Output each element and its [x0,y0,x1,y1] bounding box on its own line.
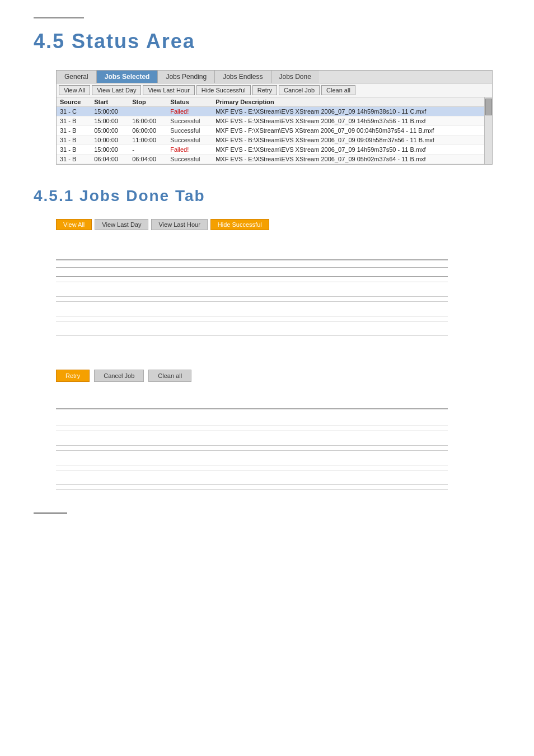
cell-description: MXF EVS - E:\XStream\EVS XStream 2006_07… [212,107,492,116]
cell-description: MXF EVS - E:\XStream\EVS XStream 2006_07… [212,155,492,164]
cell-status: Successful [167,136,212,145]
table-data-row-1 [56,287,448,297]
section-heading: 4.5 Status Area [34,30,500,53]
top-decorative-line [34,17,84,18]
spacer-1 [56,244,500,253]
cancel-job-button[interactable]: Cancel Job [279,85,320,95]
cell-source: 31 - B [57,155,91,164]
cell-stop: 06:00:00 [129,126,167,136]
tab-bar: General Jobs Selected Jobs Pending Jobs … [57,71,492,83]
table2-top-border [56,408,448,409]
table-row[interactable]: 31 - B 05:00:00 06:00:00 Successful MXF … [57,126,492,136]
cell-start: 06:04:00 [91,155,129,164]
tab-jobs-selected[interactable]: Jobs Selected [97,71,158,83]
filter-bar: View All View Last Day View Last Hour Hi… [56,219,500,230]
cell-source: 31 - B [57,126,91,136]
row2-separator-1 [56,431,448,431]
cancel-job-ctrl-button[interactable]: Cancel Job [94,370,144,382]
table-row[interactable]: 31 - B 10:00:00 11:00:00 Successful MXF … [57,136,492,145]
view-all-button[interactable]: View All [59,85,90,95]
tab-jobs-pending[interactable]: Jobs Pending [158,71,215,83]
col-stop: Stop [129,97,167,107]
cell-status: Failed! [167,145,212,155]
cell-stop: 11:00:00 [129,136,167,145]
cell-description: MXF EVS - F:\XStream\EVS XStream 2006_07… [212,126,492,136]
action-bar: View All View Last Day View Last Hour Hi… [57,83,492,97]
tab-jobs-endless[interactable]: Jobs Endless [215,71,271,83]
cell-status: Failed! [167,107,212,116]
cell-stop: 16:00:00 [129,116,167,126]
cell-status: Successful [167,155,212,164]
sub-table-area-2 [56,408,448,490]
cell-start: 05:00:00 [91,126,129,136]
table2-data-row-4 [56,475,448,485]
row2-separator-4 [56,489,448,490]
hide-successful-button[interactable]: Hide Successful [196,85,251,95]
cell-start: 10:00:00 [91,136,129,145]
filter-hide-successful-button[interactable]: Hide Successful [210,219,269,230]
row-separator-2 [56,321,448,321]
cell-status: Successful [167,116,212,126]
cell-start: 15:00:00 [91,145,129,155]
clean-all-button[interactable]: Clean all [321,85,355,95]
clean-all-ctrl-button[interactable]: Clean all [148,370,191,382]
cell-stop [129,107,167,116]
spacer-2 [56,342,500,350]
table-row[interactable]: 31 - B 15:00:00 - Failed! MXF EVS - E:\X… [57,145,492,155]
cell-status: Successful [167,126,212,136]
table-data-row-3 [56,326,448,336]
table-row[interactable]: 31 - C 15:00:00 Failed! MXF EVS - E:\XSt… [57,107,492,116]
col-description: Primary Description [212,97,492,107]
tab-jobs-done[interactable]: Jobs Done [271,71,319,83]
col-status: Status [167,97,212,107]
status-panel: General Jobs Selected Jobs Pending Jobs … [56,70,493,165]
row2-separator-3 [56,470,448,470]
cell-start: 15:00:00 [91,107,129,116]
subsection-heading: 4.5.1 Jobs Done Tab [34,187,500,205]
sub-table-area [56,259,448,336]
cell-start: 15:00:00 [91,116,129,126]
spacer-4 [56,393,500,402]
table-row[interactable]: 31 - B 06:04:00 06:04:00 Successful MXF … [57,155,492,164]
spacer-3 [56,350,500,358]
filter-view-last-hour-button[interactable]: View Last Hour [151,219,207,230]
table-header-area [56,267,448,277]
header-separator [56,282,448,282]
retry-ctrl-button[interactable]: Retry [56,370,90,382]
jobs-table: Source Start Stop Status Primary Descrip… [57,97,492,164]
view-last-hour-button[interactable]: View Last Hour [143,85,194,95]
retry-button[interactable]: Retry [252,85,277,95]
cell-description: MXF EVS - E:\XStream\EVS XStream 2006_07… [212,145,492,155]
cell-source: 31 - C [57,107,91,116]
scroll-thumb[interactable] [485,99,492,115]
cell-source: 31 - B [57,136,91,145]
table-top-border [56,259,448,260]
bottom-decorative-line [34,512,67,514]
table2-data-row-1 [56,416,448,426]
cell-description: MXF EVS - B:\XStream\EVS XStream 2006_07… [212,136,492,145]
scrollbar[interactable] [484,97,492,164]
jobs-table-wrapper: Source Start Stop Status Primary Descrip… [57,97,492,164]
cell-stop: - [129,145,167,155]
view-last-day-button[interactable]: View Last Day [92,85,141,95]
table-data-row-2 [56,306,448,316]
table-header-row: Source Start Stop Status Primary Descrip… [57,97,492,107]
cell-description: MXF EVS - E:\XStream\EVS XStream 2006_07… [212,116,492,126]
col-start: Start [91,97,129,107]
table2-data-row-3 [56,455,448,465]
table2-data-row-2 [56,436,448,446]
tab-general[interactable]: General [57,71,97,83]
jobs-done-content: View All View Last Day View Last Hour Hi… [56,219,500,490]
filter-view-all-button[interactable]: View All [56,219,92,230]
cell-stop: 06:04:00 [129,155,167,164]
cell-source: 31 - B [57,116,91,126]
row-separator-1 [56,301,448,302]
cell-source: 31 - B [57,145,91,155]
col-source: Source [57,97,91,107]
control-buttons-bar: Retry Cancel Job Clean all [56,370,500,382]
filter-view-last-day-button[interactable]: View Last Day [95,219,148,230]
row2-separator-2 [56,450,448,451]
table-row[interactable]: 31 - B 15:00:00 16:00:00 Successful MXF … [57,116,492,126]
